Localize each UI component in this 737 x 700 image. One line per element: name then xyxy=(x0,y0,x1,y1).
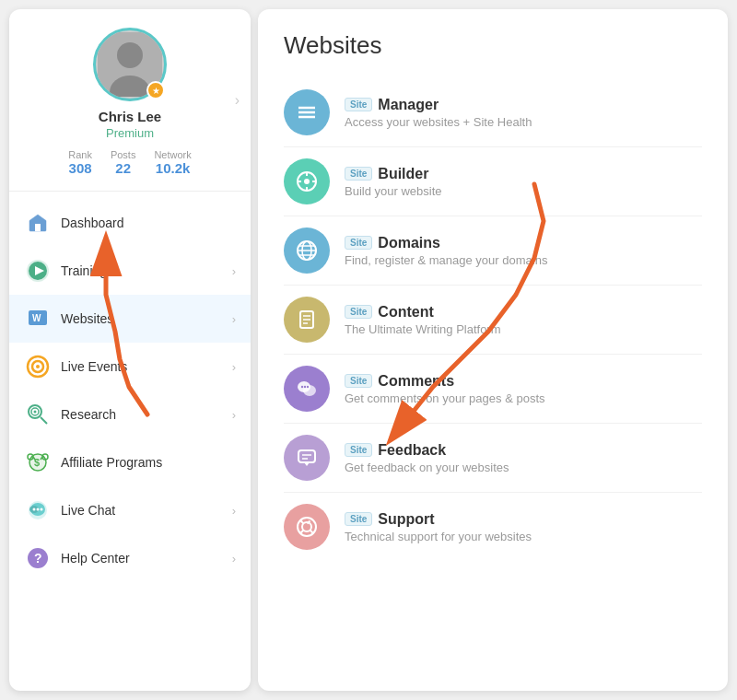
research-icon xyxy=(24,401,52,428)
sidebar-item-research[interactable]: Research › xyxy=(9,391,251,438)
content-desc: The Ultimate Writing Platform xyxy=(345,322,501,336)
svg-text:W: W xyxy=(32,313,41,323)
support-name: Support xyxy=(378,511,434,528)
sidebar-label-websites: Websites xyxy=(61,311,232,326)
sidebar-item-live-events[interactable]: Live Events › xyxy=(9,343,251,391)
sidebar-label-live-events: Live Events xyxy=(61,359,232,374)
svg-point-51 xyxy=(304,386,306,388)
home-icon xyxy=(24,209,52,237)
sidebar-label-dashboard: Dashboard xyxy=(61,216,236,230)
svg-line-61 xyxy=(301,531,304,533)
chat-icon xyxy=(24,496,52,524)
builder-badge: Site xyxy=(345,167,372,181)
training-chevron: › xyxy=(232,264,236,278)
manager-name: Manager xyxy=(378,97,439,113)
svg-rect-53 xyxy=(298,450,315,462)
feedback-info: Site Feedback Get feedback on your websi… xyxy=(345,442,509,474)
manager-icon xyxy=(284,89,330,135)
sidebar-item-help[interactable]: ? Help Center › xyxy=(9,534,251,582)
sidebar-label-help: Help Center xyxy=(61,551,232,566)
sidebar-item-websites[interactable]: W Websites › xyxy=(9,295,251,343)
builder-info: Site Builder Build your website xyxy=(345,166,442,198)
domains-icon xyxy=(284,228,330,274)
site-item-feedback[interactable]: Site Feedback Get feedback on your websi… xyxy=(284,424,702,493)
site-item-manager[interactable]: Site Manager Access your websites + Site… xyxy=(284,78,702,147)
comments-info: Site Comments Get comments on your pages… xyxy=(345,373,545,405)
sidebar-label-research: Research xyxy=(61,407,232,422)
research-chevron: › xyxy=(232,408,236,422)
svg-point-26 xyxy=(37,508,40,511)
profile-stats: Rank 308 Posts 22 Network 10.2k xyxy=(68,149,192,176)
support-icon xyxy=(284,504,330,550)
svg-line-59 xyxy=(301,521,304,524)
svg-point-34 xyxy=(304,179,310,184)
site-item-builder[interactable]: Site Builder Build your website xyxy=(284,147,702,216)
nav-menu: Dashboard Training › xyxy=(9,192,251,691)
websites-chevron: › xyxy=(232,312,236,326)
site-item-comments[interactable]: Site Comments Get comments on your pages… xyxy=(284,355,702,424)
sidebar-item-live-chat[interactable]: Live Chat › xyxy=(9,486,251,534)
profile-name: Chris Lee xyxy=(99,109,161,124)
site-item-support[interactable]: Site Support Technical support for your … xyxy=(284,493,702,561)
feedback-icon xyxy=(284,435,330,481)
site-item-domains[interactable]: Site Domains Find, register & manage you… xyxy=(284,216,702,286)
sidebar: ★ › Chris Lee Premium Rank 308 Posts 22 … xyxy=(9,9,251,691)
help-chevron: › xyxy=(232,552,236,566)
feedback-badge: Site xyxy=(345,443,372,457)
comments-badge: Site xyxy=(345,374,372,388)
comments-name-row: Site Comments xyxy=(345,373,545,390)
sidebar-item-dashboard[interactable]: Dashboard xyxy=(9,199,251,247)
feedback-name-row: Site Feedback xyxy=(345,442,509,459)
sidebar-label-affiliate: Affiliate Programs xyxy=(61,455,236,470)
svg-point-27 xyxy=(41,508,43,511)
domains-info: Site Domains Find, register & manage you… xyxy=(345,235,547,267)
manager-desc: Access your websites + Site Health xyxy=(345,115,532,129)
domains-name: Domains xyxy=(378,235,440,251)
comments-icon xyxy=(284,366,330,412)
help-icon: ? xyxy=(24,544,52,572)
support-badge: Site xyxy=(345,512,372,526)
comments-name: Comments xyxy=(378,373,454,390)
content-info: Site Content The Ultimate Writing Platfo… xyxy=(345,304,501,336)
avatar-wrapper: ★ xyxy=(93,28,167,101)
affiliate-icon: $ xyxy=(24,449,52,476)
svg-text:?: ? xyxy=(34,551,42,566)
site-item-content[interactable]: Site Content The Ultimate Writing Platfo… xyxy=(284,286,702,355)
sidebar-label-training: Training xyxy=(61,263,232,278)
websites-icon: W xyxy=(24,305,52,332)
domains-name-row: Site Domains xyxy=(345,235,547,251)
sidebar-label-live-chat: Live Chat xyxy=(61,503,232,518)
svg-point-52 xyxy=(307,386,309,388)
profile-chevron[interactable]: › xyxy=(235,92,240,109)
svg-line-15 xyxy=(41,417,47,424)
feedback-desc: Get feedback on your websites xyxy=(345,461,509,474)
star-badge: ★ xyxy=(146,81,165,99)
support-name-row: Site Support xyxy=(345,511,532,528)
content-name-row: Site Content xyxy=(345,304,501,321)
page-title: Websites xyxy=(284,31,702,60)
sidebar-item-training[interactable]: Training › xyxy=(9,247,251,295)
manager-info: Site Manager Access your websites + Site… xyxy=(345,97,532,129)
main-content: Websites Site Manager Access your websit… xyxy=(258,9,728,691)
feedback-name: Feedback xyxy=(378,442,446,459)
events-icon xyxy=(24,353,52,380)
svg-point-50 xyxy=(301,386,303,388)
comments-desc: Get comments on your pages & posts xyxy=(345,391,545,405)
svg-line-62 xyxy=(310,531,313,533)
live-events-chevron: › xyxy=(232,360,236,374)
content-icon xyxy=(284,297,330,343)
profile-section: ★ › Chris Lee Premium Rank 308 Posts 22 … xyxy=(9,9,251,192)
live-chat-chevron: › xyxy=(232,504,236,518)
builder-name: Builder xyxy=(378,166,428,182)
domains-desc: Find, register & manage your domains xyxy=(345,253,547,267)
svg-point-57 xyxy=(298,518,316,536)
builder-icon xyxy=(284,158,330,204)
content-name: Content xyxy=(378,304,433,321)
play-icon xyxy=(24,257,52,285)
builder-desc: Build your website xyxy=(345,184,442,198)
svg-point-14 xyxy=(34,411,37,414)
svg-rect-3 xyxy=(35,224,41,231)
stat-network: Network 10.2k xyxy=(154,149,191,176)
svg-point-1 xyxy=(117,42,143,68)
sidebar-item-affiliate[interactable]: $ Affiliate Programs xyxy=(9,438,251,486)
